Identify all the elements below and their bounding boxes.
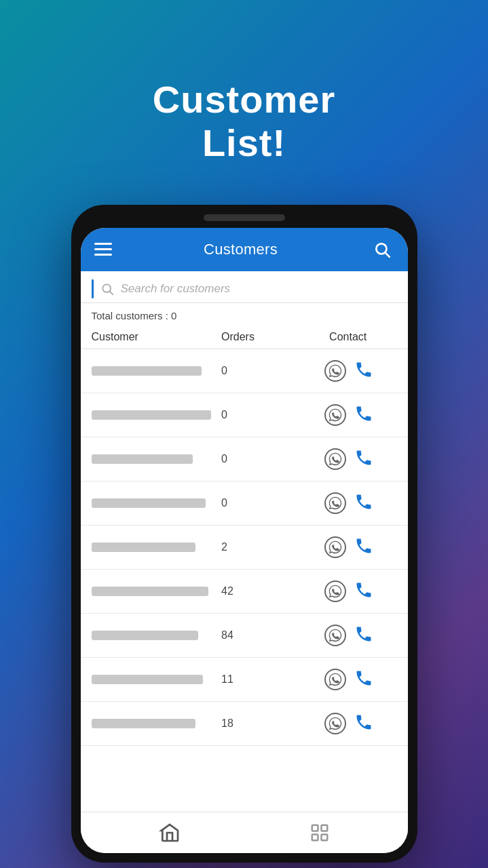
total-customers: Total customers : 0 [81, 303, 408, 326]
phone-call-button[interactable] [354, 404, 373, 426]
svg-point-11 [325, 669, 345, 690]
home-icon [159, 822, 181, 844]
customer-orders: 11 [221, 673, 299, 686]
customer-name-col [92, 410, 221, 420]
col-header-contact: Contact [299, 331, 397, 343]
table-header: Customer Orders Contact [81, 326, 408, 349]
customer-name-col [92, 719, 221, 728]
whatsapp-button[interactable] [323, 579, 348, 604]
svg-line-1 [385, 253, 389, 257]
customer-row: 11 [81, 658, 408, 702]
customer-name-blur [92, 719, 195, 728]
svg-point-4 [325, 361, 345, 381]
customer-name-blur [92, 498, 206, 508]
customer-name-blur [92, 366, 202, 376]
customer-contact [299, 667, 397, 692]
customer-row: 84 [81, 614, 408, 658]
svg-point-6 [325, 449, 345, 469]
menu-button[interactable] [94, 243, 112, 256]
customer-name-blur [92, 454, 193, 464]
customer-name-blur [92, 675, 204, 684]
customer-name-col [92, 366, 221, 376]
customer-orders: 0 [221, 453, 299, 465]
customer-contact [299, 491, 397, 515]
svg-point-12 [325, 713, 345, 734]
whatsapp-button[interactable] [323, 667, 348, 692]
customer-row: 18 [81, 702, 408, 746]
svg-point-7 [325, 493, 345, 513]
hero-section: Customer List! [153, 37, 335, 186]
customer-name-col [92, 631, 221, 640]
phone-call-button[interactable] [354, 536, 373, 558]
customer-name-col [92, 675, 221, 684]
phone-call-button[interactable] [354, 580, 373, 602]
customer-name-col [92, 542, 221, 552]
customer-name-blur [92, 410, 211, 420]
customer-contact [299, 579, 397, 604]
customer-name-col [92, 454, 221, 464]
customer-row: 2 [81, 526, 408, 570]
search-button[interactable] [370, 237, 394, 262]
customer-row: 0 [81, 349, 408, 393]
whatsapp-button[interactable] [323, 447, 348, 471]
customer-contact [299, 535, 397, 559]
customer-contact [299, 623, 397, 648]
svg-rect-13 [312, 825, 318, 831]
customer-contact [299, 359, 397, 383]
phone-screen: Customers Search for customers Total [81, 228, 408, 853]
customer-orders: 0 [221, 409, 299, 421]
whatsapp-button[interactable] [323, 403, 348, 427]
svg-rect-15 [312, 834, 318, 840]
whatsapp-button[interactable] [323, 491, 348, 515]
nav-home[interactable] [145, 819, 194, 846]
customer-name-col [92, 587, 221, 596]
app-bar: Customers [81, 228, 408, 271]
bottom-nav [81, 812, 408, 853]
col-header-orders: Orders [221, 331, 299, 343]
phone-call-button[interactable] [354, 360, 373, 382]
phone-call-button[interactable] [354, 492, 373, 514]
customer-orders: 42 [221, 585, 299, 597]
phone-call-button[interactable] [354, 448, 373, 470]
phone-device: Customers Search for customers Total [71, 205, 417, 863]
phone-call-button[interactable] [354, 625, 373, 646]
customer-name-blur [92, 631, 198, 640]
search-container[interactable]: Search for customers [81, 271, 408, 303]
customer-row: 0 [81, 393, 408, 437]
customer-orders: 0 [221, 365, 299, 377]
customer-contact [299, 711, 397, 736]
hero-title: Customer List! [153, 78, 335, 165]
customer-orders: 2 [221, 541, 299, 553]
grid-icon [309, 823, 330, 843]
svg-point-9 [325, 581, 345, 601]
phone-call-button[interactable] [354, 713, 373, 734]
whatsapp-button[interactable] [323, 711, 348, 736]
whatsapp-button[interactable] [323, 359, 348, 383]
customer-orders: 0 [221, 497, 299, 509]
search-placeholder: Search for customers [121, 282, 231, 296]
search-icon [100, 282, 114, 296]
svg-rect-16 [321, 834, 327, 840]
customer-name-blur [92, 587, 208, 596]
svg-line-3 [109, 292, 113, 295]
svg-rect-14 [321, 825, 327, 831]
customer-name-blur [92, 542, 195, 552]
whatsapp-button[interactable] [323, 535, 348, 559]
customer-row: 0 [81, 437, 408, 481]
nav-grid[interactable] [296, 820, 343, 846]
customers-list: 0 0 0 0 2 42 84 11 18 [81, 349, 408, 812]
app-bar-title: Customers [204, 241, 278, 258]
phone-call-button[interactable] [354, 669, 373, 690]
customer-contact [299, 447, 397, 471]
customer-row: 0 [81, 481, 408, 526]
customer-orders: 18 [221, 717, 299, 730]
whatsapp-button[interactable] [323, 623, 348, 648]
customer-contact [299, 403, 397, 427]
svg-point-8 [325, 537, 345, 557]
customer-orders: 84 [221, 629, 299, 642]
search-bar[interactable]: Search for customers [92, 279, 397, 298]
svg-point-5 [325, 405, 345, 425]
svg-point-10 [325, 625, 345, 646]
customer-row: 42 [81, 570, 408, 614]
customer-name-col [92, 498, 221, 508]
